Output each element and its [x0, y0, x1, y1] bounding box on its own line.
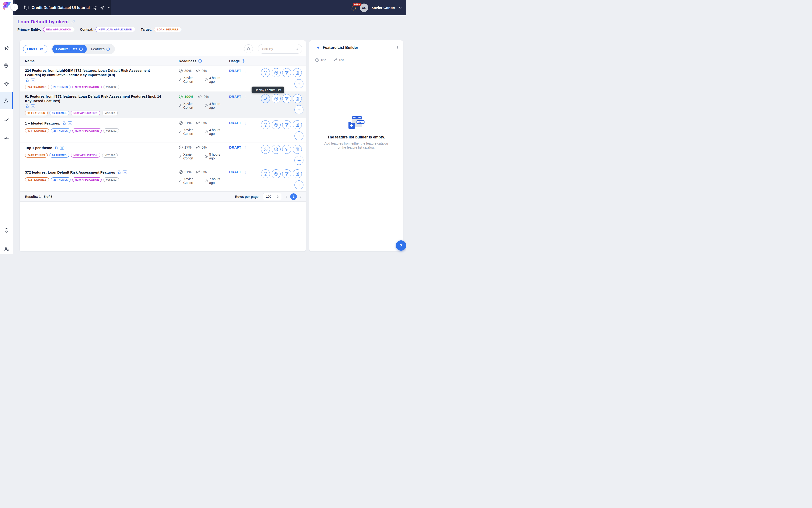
tab-feature-lists[interactable]: Feature Lists ? — [52, 45, 87, 53]
copy-icon[interactable] — [62, 121, 66, 125]
feature-list-name[interactable]: 224 Features from LightGBM [372 features… — [25, 69, 150, 77]
add-to-builder-button[interactable] — [295, 105, 304, 114]
deploy-button[interactable] — [261, 68, 270, 77]
features-count-badge[interactable]: 373 FEATURES — [25, 128, 49, 133]
sidebar-item-monitor[interactable] — [0, 133, 13, 143]
entity-badge[interactable]: NEW APPLICATION — [73, 85, 102, 89]
compute-button[interactable] — [293, 68, 302, 77]
features-count-badge[interactable]: 91 FEATURES — [25, 111, 48, 115]
copy-icon[interactable] — [117, 170, 121, 174]
rows-per-page-select[interactable]: 100 — [263, 193, 281, 200]
chevron-down-icon[interactable] — [107, 6, 111, 10]
copy-id-icon[interactable]: ID — [60, 146, 64, 150]
filters-button[interactable]: Filters — [23, 45, 47, 53]
features-count-badge[interactable]: 24 FEATURES — [25, 153, 48, 158]
themes-count-badge[interactable]: 26 THEMES — [51, 128, 71, 133]
feature-list-name[interactable]: Top 1 per theme — [25, 146, 52, 150]
version-badge[interactable]: V251202 — [103, 128, 119, 133]
copy-icon[interactable] — [25, 104, 29, 108]
primary-entity-badge[interactable]: NEW APPLICATION — [43, 27, 75, 32]
row-kebab-menu-icon[interactable] — [244, 121, 247, 125]
package-button[interactable] — [272, 145, 280, 154]
themes-count-badge[interactable]: 24 THEMES — [49, 153, 69, 158]
sidebar-item-approve[interactable] — [0, 115, 13, 125]
sidebar-item-ai[interactable] — [0, 60, 13, 71]
column-readiness[interactable]: Readiness — [174, 59, 224, 63]
target-badge[interactable]: LOAN_DEFAULT — [154, 27, 182, 32]
project-selector[interactable]: Credit Default Dataset UI tutorial — [15, 0, 111, 15]
compute-button[interactable] — [293, 120, 302, 129]
filter-button[interactable] — [282, 68, 291, 77]
help-circle-icon[interactable]: ? — [241, 59, 245, 63]
copy-id-icon[interactable]: ID — [68, 121, 72, 125]
package-button[interactable] — [272, 169, 280, 178]
table-row[interactable]: 91 Features from [372 features: Loan Def… — [20, 92, 306, 118]
copy-id-icon[interactable]: ID — [31, 78, 35, 82]
filter-button[interactable] — [282, 120, 291, 129]
gear-icon[interactable] — [100, 5, 105, 10]
package-button[interactable] — [272, 68, 280, 77]
package-button[interactable] — [272, 120, 280, 129]
feature-list-name[interactable]: 372 features: Loan Default Risk Assessme… — [25, 170, 115, 174]
version-badge[interactable]: V251202 — [102, 111, 118, 115]
copy-icon[interactable] — [25, 78, 29, 82]
row-kebab-menu-icon[interactable] — [244, 69, 247, 73]
themes-count-badge[interactable]: 25 THEMES — [51, 177, 71, 182]
feature-list-name[interactable]: 91 Features from [372 features: Loan Def… — [25, 94, 161, 103]
sidebar-item-explore[interactable] — [0, 43, 13, 53]
features-count-badge[interactable]: 224 FEATURES — [25, 85, 49, 89]
next-page-icon[interactable] — [299, 195, 303, 199]
notifications-button[interactable]: 999+ — [351, 5, 357, 11]
help-button[interactable]: ? — [396, 240, 406, 251]
filter-button[interactable] — [282, 145, 291, 154]
share-icon[interactable] — [92, 5, 97, 10]
compute-button[interactable] — [293, 145, 302, 154]
add-to-builder-button[interactable] — [295, 79, 304, 88]
deploy-button[interactable] — [261, 145, 270, 154]
copy-icon[interactable] — [54, 146, 58, 150]
copy-id-icon[interactable]: ID — [31, 104, 35, 108]
version-badge[interactable]: V251202 — [103, 177, 119, 182]
feature-list-name[interactable]: 1 + Ideated Features. — [25, 121, 60, 125]
table-row[interactable]: Top 1 per themeID ID 24 FEATURES 24 THEM… — [20, 142, 306, 167]
version-badge[interactable]: V251202 — [102, 153, 118, 158]
deploy-button[interactable] — [261, 120, 270, 129]
features-count-badge[interactable]: 372 FEATURES — [25, 177, 49, 182]
builder-kebab-menu-icon[interactable] — [396, 45, 399, 50]
themes-count-badge[interactable]: 16 THEMES — [49, 111, 69, 115]
entity-badge[interactable]: NEW APPLICATION — [71, 153, 100, 158]
compute-button[interactable] — [293, 94, 302, 103]
copy-id-icon[interactable]: ID — [123, 170, 127, 174]
sidebar-item-user-search[interactable] — [0, 244, 13, 254]
row-kebab-menu-icon[interactable] — [244, 170, 247, 174]
deploy-button[interactable] — [261, 94, 270, 103]
add-to-builder-button[interactable] — [295, 131, 304, 140]
add-to-builder-button[interactable] — [295, 156, 304, 165]
entity-badge[interactable]: NEW APPLICATION — [71, 111, 100, 115]
row-kebab-menu-icon[interactable] — [244, 145, 247, 150]
page-number-button[interactable]: 1 — [290, 194, 297, 200]
entity-badge[interactable]: NEW APPLICATION — [73, 177, 102, 182]
user-chevron-down-icon[interactable] — [399, 6, 402, 10]
sort-by-input[interactable]: Sort By — [258, 44, 302, 53]
sidebar-item-security[interactable] — [0, 225, 13, 236]
table-row[interactable]: 1 + Ideated Features.ID ID 373 FEATURES … — [20, 118, 306, 142]
prev-page-icon[interactable] — [284, 195, 288, 199]
column-name[interactable]: Name — [25, 59, 174, 63]
compute-button[interactable] — [293, 169, 302, 178]
context-badge[interactable]: NEW LOAN APPLICATION — [95, 27, 135, 32]
search-button[interactable] — [244, 44, 253, 53]
deploy-button[interactable] — [261, 169, 270, 178]
info-icon[interactable] — [198, 59, 202, 63]
version-badge[interactable]: V251202 — [103, 85, 119, 89]
sidebar-expand-button[interactable] — [11, 4, 18, 11]
sidebar-item-ideate[interactable] — [0, 79, 13, 89]
table-row[interactable]: 372 features: Loan Default Risk Assessme… — [20, 167, 306, 192]
package-button[interactable] — [272, 94, 280, 103]
tab-features[interactable]: Features ? — [87, 45, 114, 53]
edit-title-icon[interactable] — [71, 19, 76, 24]
sidebar-item-experiment-active[interactable] — [0, 92, 13, 109]
entity-badge[interactable]: NEW APPLICATION — [73, 128, 102, 133]
row-kebab-menu-icon[interactable] — [244, 95, 247, 99]
themes-count-badge[interactable]: 23 THEMES — [51, 85, 71, 89]
